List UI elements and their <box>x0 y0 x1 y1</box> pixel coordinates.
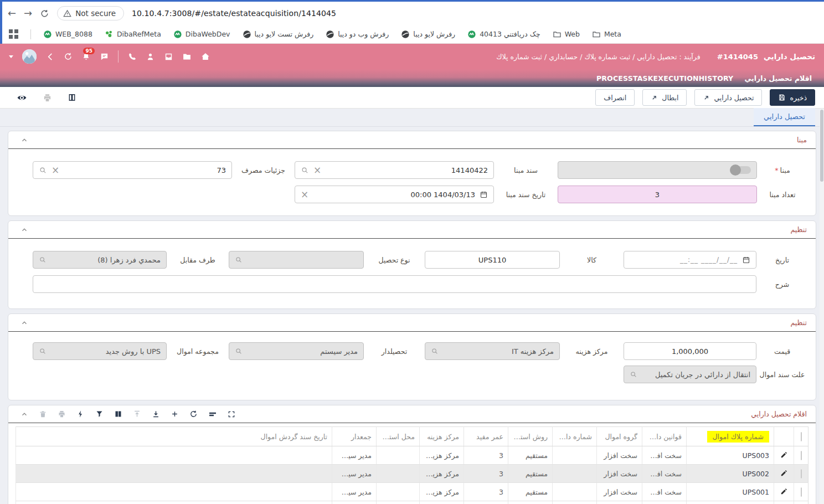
col-plate[interactable]: شماره پلاك اموال <box>687 427 774 446</box>
url-text[interactable]: 10.10.4.7:3008/#/estate/estateacquisitio… <box>132 9 336 18</box>
col-turnover-date[interactable]: تاريخ سند گردش اموال <box>16 427 332 446</box>
price-field[interactable]: 1,000,000 <box>624 342 756 360</box>
folder-icon[interactable] <box>182 52 192 61</box>
refresh-icon[interactable] <box>189 410 198 418</box>
inbox-icon[interactable] <box>164 52 173 61</box>
search-icon <box>39 256 47 264</box>
search-icon <box>39 347 47 355</box>
collapse-chevron-icon[interactable] <box>20 319 28 327</box>
rows-icon[interactable] <box>208 410 217 419</box>
caret-down-icon[interactable] <box>9 55 13 58</box>
columns-icon[interactable] <box>114 410 122 418</box>
edit-pencil-icon[interactable] <box>780 451 788 459</box>
bookmark-refresh-test-live[interactable]: رفرش تست لايو ديبا <box>243 30 314 39</box>
user-icon[interactable] <box>146 52 155 61</box>
toggle-off <box>731 166 751 174</box>
col-depreciation[interactable]: روش استهلاك <box>508 427 553 446</box>
grid-title: اقلام تحصيل دارايي <box>751 410 807 418</box>
col-location[interactable]: محل استقرار <box>377 427 420 446</box>
green-wave-icon <box>43 30 52 39</box>
description-field[interactable] <box>33 275 756 293</box>
search-icon[interactable] <box>301 166 309 174</box>
notifications-bell-icon[interactable]: 95 <box>81 52 91 61</box>
add-icon[interactable] <box>171 410 179 418</box>
collapse-chevron-icon[interactable] <box>20 136 28 144</box>
col-cost-center[interactable]: مركز هزينه <box>420 427 464 446</box>
collapse-chevron-icon[interactable] <box>20 410 28 418</box>
save-button[interactable]: ذخيره <box>770 89 815 106</box>
edit-pencil-icon[interactable] <box>780 487 788 495</box>
search-icon[interactable] <box>39 166 47 174</box>
clear-icon[interactable]: × <box>301 190 308 199</box>
bookmark-web-8088[interactable]: WEB_8088 <box>43 30 92 39</box>
scrollbar-thumb[interactable] <box>820 110 823 182</box>
browser-reload-icon[interactable] <box>40 9 49 18</box>
bookmark-folder-web[interactable]: Web <box>553 30 580 39</box>
items-table: شماره پلاك اموال قوانين دارايي گروه اموا… <box>16 426 808 504</box>
select-all-checkbox[interactable] <box>801 432 802 441</box>
date-field[interactable]: __:__ ____/__/__ <box>624 251 756 269</box>
price-panel-header: تنظيم <box>8 314 816 332</box>
bookmark-refresh-web2[interactable]: رفرش وب دو ديبا <box>326 30 389 39</box>
consumption-label: جزئيات مصرف <box>232 166 295 174</box>
col-useful-life[interactable]: عمر مفيد <box>464 427 508 446</box>
asset-doc-reason-field: انتقال از دارائي در جريان تكميل <box>624 366 756 383</box>
col-rules[interactable]: قوانين دارايي <box>642 427 687 446</box>
basis-field <box>558 161 757 179</box>
bookmark-check-receivable[interactable]: چک دريافتني 40413 <box>467 30 540 39</box>
clear-icon[interactable]: × <box>313 166 321 175</box>
table-row: UPS003 سخت افزار رايانه سخت افزار مستقيم… <box>16 446 808 465</box>
bookmark-refresh-live[interactable]: رفرش لايو ديبا <box>401 30 455 39</box>
address-bar[interactable]: Not secure <box>57 6 124 20</box>
book-icon[interactable] <box>68 93 76 102</box>
bookmark-folder-meta[interactable]: Meta <box>592 30 621 39</box>
refresh-icon[interactable] <box>64 52 73 61</box>
row-checkbox[interactable] <box>801 487 802 497</box>
row-checkbox[interactable] <box>801 469 802 479</box>
clear-icon[interactable]: × <box>51 166 59 175</box>
back-icon[interactable] <box>45 52 55 61</box>
home-icon[interactable] <box>200 52 210 61</box>
apps-grid-icon[interactable] <box>9 29 18 39</box>
browser-back-icon[interactable]: ← <box>8 8 16 18</box>
print-icon <box>58 410 66 418</box>
price-value: 1,000,000 <box>672 347 708 356</box>
basis-doc-field[interactable]: 14140422 × <box>295 161 494 179</box>
tab-label: تحصيل دارايي <box>764 112 805 121</box>
consumption-field[interactable]: 73 × <box>33 161 232 179</box>
eye-icon[interactable] <box>17 92 27 103</box>
cell-depreciation: مستقيم <box>508 465 553 483</box>
basis-doc-date-field[interactable]: 00:00 1404/03/13 × <box>295 186 494 203</box>
col-collector[interactable]: جمعدار <box>332 427 377 446</box>
col-group[interactable]: گروه اموال <box>597 427 642 446</box>
tab-acquisition[interactable]: تحصيل دارايي <box>754 108 815 126</box>
col-daikom[interactable]: شماره دايكوم... <box>553 427 597 446</box>
flash-icon[interactable] <box>76 410 85 418</box>
app-header: تحصيل دارايي #1414045 فرآيند : تحصيل دار… <box>0 44 824 69</box>
chat-icon[interactable] <box>100 52 109 61</box>
phone-icon[interactable] <box>127 52 137 61</box>
bookmark-dibawebdev[interactable]: DibaWebDev <box>173 30 230 39</box>
download-icon[interactable] <box>152 410 160 418</box>
void-button[interactable]: ابطال <box>642 89 687 106</box>
fullscreen-icon[interactable] <box>228 410 235 418</box>
cost-center-label: مركز هزينه <box>560 347 624 356</box>
acquisition-button[interactable]: تحصيل دارايي <box>694 89 762 106</box>
calendar-icon[interactable] <box>480 191 488 199</box>
calendar-icon[interactable] <box>742 256 750 264</box>
bookmark-dibarefmeta[interactable]: DibaRefMeta <box>105 30 161 39</box>
vertical-scrollbar[interactable] <box>820 109 824 504</box>
goods-field[interactable]: UPS110 <box>425 251 560 269</box>
row-checkbox[interactable] <box>801 451 802 460</box>
collapse-chevron-icon[interactable] <box>20 226 28 234</box>
browser-forward-icon[interactable]: → <box>24 8 32 18</box>
avatar[interactable] <box>22 49 37 64</box>
setting-panel-header: تنظيم <box>8 221 816 239</box>
basis-count-field[interactable]: 3 <box>558 186 757 203</box>
edit-pencil-icon[interactable] <box>780 469 788 477</box>
cell-daikom <box>553 483 597 501</box>
filter-icon[interactable] <box>95 410 104 418</box>
cancel-button[interactable]: انصراف <box>595 89 635 106</box>
save-button-label: ذخيره <box>790 94 807 102</box>
edit-column-header <box>774 427 794 446</box>
